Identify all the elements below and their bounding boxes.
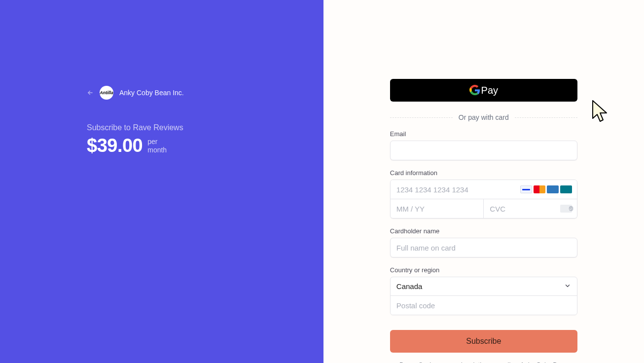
- visa-icon: [520, 185, 532, 193]
- subscribe-button[interactable]: Subscribe: [390, 330, 577, 353]
- chevron-down-icon: [564, 282, 571, 290]
- price-period-line2: month: [147, 146, 167, 154]
- email-input[interactable]: [390, 141, 577, 160]
- unionpay-icon: [560, 185, 572, 193]
- payment-panel: Pay Or pay with card Email Card informat…: [323, 0, 644, 363]
- product-price: $39.00: [87, 135, 143, 156]
- price-period: per month: [147, 138, 167, 154]
- merchant-logo: Antilla: [100, 86, 113, 100]
- cardholder-label: Cardholder name: [390, 227, 577, 235]
- price-period-line1: per: [147, 138, 167, 146]
- pay-with-card-divider: Or pay with card: [390, 113, 577, 121]
- cardholder-input[interactable]: [390, 238, 577, 257]
- postal-code-input[interactable]: [391, 296, 577, 315]
- merchant-row: Antilla Anky Coby Bean Inc.: [87, 86, 323, 100]
- card-section: Card information: [390, 169, 577, 218]
- google-g-icon: [469, 85, 480, 96]
- card-input-group: 123: [390, 180, 577, 218]
- country-value: Canada: [396, 282, 423, 290]
- amex-icon: [547, 185, 559, 193]
- mastercard-icon: [534, 185, 545, 193]
- merchant-name: Anky Coby Bean Inc.: [119, 89, 184, 97]
- card-info-label: Card information: [390, 169, 577, 177]
- cardholder-section: Cardholder name: [390, 227, 577, 257]
- country-input-group: Canada: [390, 277, 577, 315]
- product-title: Subscribe to Rave Reviews: [87, 123, 323, 132]
- back-arrow-icon[interactable]: [87, 89, 94, 96]
- email-section: Email: [390, 130, 577, 160]
- country-select[interactable]: Canada: [391, 277, 577, 296]
- product-summary: Subscribe to Rave Reviews $39.00 per mon…: [87, 123, 323, 156]
- card-expiry-input[interactable]: [391, 199, 484, 218]
- divider-text: Or pay with card: [453, 113, 515, 121]
- country-label: Country or region: [390, 266, 577, 274]
- google-pay-label: Pay: [481, 85, 498, 96]
- country-section: Country or region Canada: [390, 266, 577, 315]
- legal-text: By confirming your subscription, you all…: [390, 361, 577, 363]
- summary-panel: Antilla Anky Coby Bean Inc. Subscribe to…: [0, 0, 323, 363]
- google-pay-button[interactable]: Pay: [390, 79, 577, 102]
- email-label: Email: [390, 130, 577, 138]
- card-brand-icons: [520, 185, 572, 193]
- cvc-icon: 123: [560, 205, 572, 213]
